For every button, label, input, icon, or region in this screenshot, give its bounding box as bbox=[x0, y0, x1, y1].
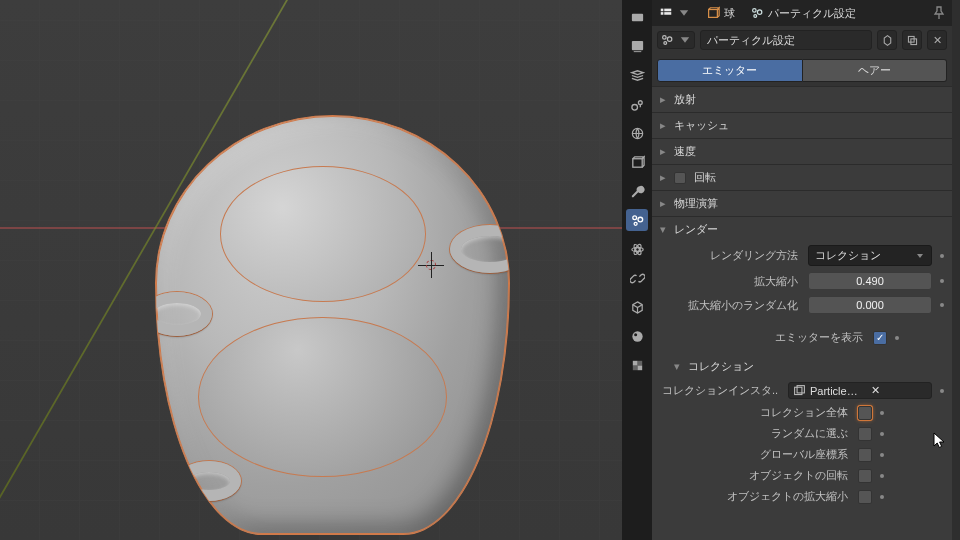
global-coords-checkbox[interactable] bbox=[858, 448, 872, 462]
breadcrumb-object[interactable]: 球 bbox=[704, 4, 741, 23]
fake-user-toggle[interactable] bbox=[877, 30, 897, 50]
scrollbar[interactable] bbox=[952, 0, 960, 540]
rotation-enable-checkbox[interactable] bbox=[674, 172, 686, 184]
svg-point-29 bbox=[667, 37, 671, 41]
anim-dot[interactable] bbox=[895, 336, 899, 340]
svg-point-30 bbox=[664, 42, 667, 45]
global-coords-label: グローバル座標系 bbox=[652, 447, 852, 462]
tab-material[interactable] bbox=[626, 325, 648, 347]
tab-emitter[interactable]: エミッター bbox=[657, 59, 803, 82]
object-rotation-label: オブジェクトの回転 bbox=[652, 468, 852, 483]
unlink-button[interactable]: ✕ bbox=[927, 30, 947, 50]
svg-point-14 bbox=[632, 331, 642, 341]
subsection-collection[interactable]: ▾コレクション bbox=[652, 354, 952, 379]
breadcrumb-particles-label: パーティクル設定 bbox=[768, 6, 856, 21]
svg-point-25 bbox=[753, 9, 757, 13]
duplicate-button[interactable] bbox=[902, 30, 922, 50]
object-scale-checkbox[interactable] bbox=[858, 490, 872, 504]
section-render[interactable]: ▾レンダー bbox=[652, 217, 952, 242]
show-emitter-label: エミッターを表示 bbox=[652, 330, 867, 345]
svg-point-8 bbox=[637, 217, 642, 222]
svg-rect-24 bbox=[709, 10, 718, 18]
svg-rect-2 bbox=[633, 51, 641, 52]
breadcrumb-object-label: 球 bbox=[724, 6, 735, 21]
tab-particles[interactable] bbox=[626, 209, 648, 231]
anim-dot[interactable] bbox=[880, 411, 884, 415]
object-scale-label: オブジェクトの拡大縮小 bbox=[652, 489, 852, 504]
tab-view-layer[interactable] bbox=[626, 64, 648, 86]
render-as-select[interactable]: コレクション bbox=[808, 245, 932, 266]
tab-output[interactable] bbox=[626, 35, 648, 57]
particle-mesh-preview bbox=[155, 115, 510, 535]
section-emission[interactable]: ▸放射 bbox=[652, 87, 952, 112]
tab-hair[interactable]: ヘアー bbox=[803, 59, 948, 82]
context-selector[interactable] bbox=[657, 4, 697, 22]
svg-point-26 bbox=[757, 10, 761, 14]
svg-rect-22 bbox=[664, 9, 671, 12]
svg-rect-1 bbox=[631, 40, 642, 49]
tab-render-settings[interactable] bbox=[626, 6, 648, 28]
svg-point-3 bbox=[631, 104, 637, 110]
datablock-browse[interactable] bbox=[657, 31, 695, 49]
svg-rect-0 bbox=[631, 13, 642, 21]
tab-texture[interactable] bbox=[626, 354, 648, 376]
render-as-label: レンダリング方法 bbox=[652, 248, 802, 263]
breadcrumb: 球 パーティクル設定 bbox=[652, 0, 952, 26]
svg-rect-23 bbox=[664, 12, 671, 15]
properties-vertical-tabs bbox=[622, 0, 652, 540]
anim-dot[interactable] bbox=[880, 474, 884, 478]
scale-rand-label: 拡大縮小のランダム化 bbox=[652, 298, 802, 313]
pick-random-checkbox[interactable] bbox=[858, 427, 872, 441]
datablock-row: ✕ bbox=[652, 26, 952, 54]
section-velocity[interactable]: ▸速度 bbox=[652, 139, 952, 164]
pin-icon[interactable] bbox=[931, 5, 947, 21]
section-rotation[interactable]: ▸回転 bbox=[652, 165, 952, 190]
instance-collection-field[interactable]: ParticleObjects ✕ bbox=[788, 382, 932, 399]
svg-rect-33 bbox=[795, 387, 802, 394]
particle-type-tabs: エミッター ヘアー bbox=[652, 54, 952, 86]
svg-point-7 bbox=[632, 215, 636, 219]
whole-collection-checkbox[interactable] bbox=[858, 406, 872, 420]
scale-rand-field[interactable]: 0.000 bbox=[808, 296, 932, 314]
tab-mesh-data[interactable] bbox=[626, 296, 648, 318]
svg-point-9 bbox=[634, 222, 637, 225]
svg-rect-21 bbox=[661, 12, 664, 15]
svg-rect-19 bbox=[637, 365, 642, 370]
viewport-3d[interactable] bbox=[0, 0, 622, 540]
pick-random-label: ランダムに選ぶ bbox=[652, 426, 852, 441]
tab-physics[interactable] bbox=[626, 238, 648, 260]
tab-object[interactable] bbox=[626, 151, 648, 173]
scale-label: 拡大縮小 bbox=[652, 274, 802, 289]
anim-dot[interactable] bbox=[940, 303, 944, 307]
datablock-name-input[interactable] bbox=[700, 30, 872, 50]
anim-dot[interactable] bbox=[880, 495, 884, 499]
instance-collection-label: コレクションインスタ.. bbox=[652, 383, 782, 398]
section-cache[interactable]: ▸キャッシュ bbox=[652, 113, 952, 138]
svg-rect-34 bbox=[797, 386, 804, 393]
tab-world[interactable] bbox=[626, 122, 648, 144]
scale-field[interactable]: 0.490 bbox=[808, 272, 932, 290]
anim-dot[interactable] bbox=[880, 432, 884, 436]
whole-collection-label: コレクション全体 bbox=[652, 405, 852, 420]
anim-dot[interactable] bbox=[880, 453, 884, 457]
svg-point-4 bbox=[638, 100, 642, 104]
section-physics[interactable]: ▸物理演算 bbox=[652, 191, 952, 216]
tab-modifiers[interactable] bbox=[626, 180, 648, 202]
show-emitter-checkbox[interactable] bbox=[873, 331, 887, 345]
tab-constraints[interactable] bbox=[626, 267, 648, 289]
tab-scene[interactable] bbox=[626, 93, 648, 115]
properties-editor: 球 パーティクル設定 ✕ エミッター bbox=[622, 0, 960, 540]
clear-collection-button[interactable]: ✕ bbox=[869, 384, 928, 397]
anim-dot[interactable] bbox=[940, 254, 944, 258]
svg-point-28 bbox=[663, 36, 667, 40]
svg-rect-6 bbox=[632, 158, 641, 166]
anim-dot[interactable] bbox=[940, 389, 944, 393]
svg-rect-16 bbox=[632, 360, 637, 365]
svg-point-27 bbox=[754, 15, 757, 18]
svg-point-15 bbox=[634, 333, 637, 336]
anim-dot[interactable] bbox=[940, 279, 944, 283]
object-rotation-checkbox[interactable] bbox=[858, 469, 872, 483]
svg-rect-18 bbox=[632, 365, 637, 370]
svg-rect-20 bbox=[661, 9, 664, 12]
breadcrumb-particles[interactable]: パーティクル設定 bbox=[748, 4, 862, 23]
